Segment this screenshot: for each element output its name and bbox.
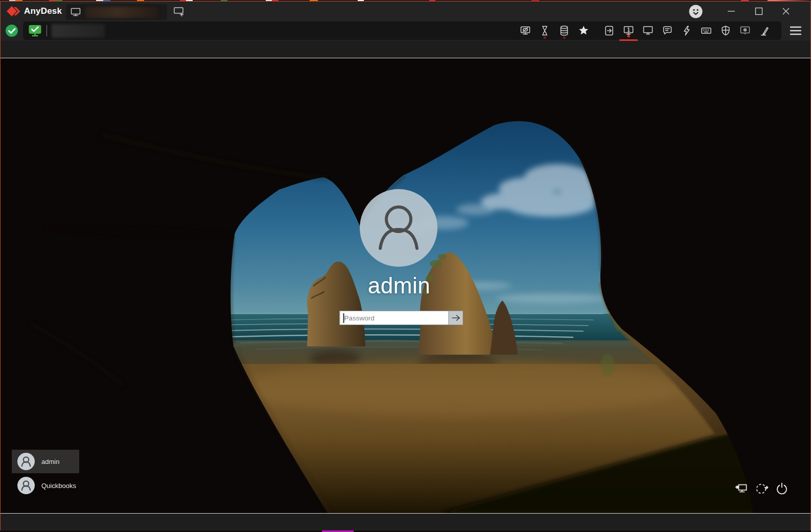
signed-in-user-name: admin (368, 273, 430, 298)
remote-screen[interactable]: admin admin (1, 58, 810, 514)
anydesk-window: AnyDesk (0, 1, 811, 531)
history-badge-dot (544, 36, 546, 39)
favorites-icon[interactable] (574, 21, 593, 40)
ease-of-access-icon (754, 481, 770, 496)
file-transfer-icon[interactable] (599, 21, 619, 40)
user-list-item-quickbooks[interactable]: Quickbooks (12, 474, 79, 497)
monitor-icon (70, 7, 81, 18)
session-history-icon[interactable] (535, 21, 554, 40)
whiteboard-icon[interactable] (755, 21, 774, 40)
stored-badge-dot (563, 36, 566, 39)
keyboard-icon[interactable] (697, 21, 716, 40)
person-icon (360, 189, 437, 267)
app-title: AnyDesk (24, 2, 62, 20)
toolbar: 1 (1, 20, 810, 41)
account-menu-icon (689, 5, 703, 18)
minimize-icon (725, 5, 737, 17)
session-icon-row: 1 (516, 21, 781, 40)
password-row (340, 311, 463, 325)
monitor-1-badge-dot (628, 35, 630, 37)
close-icon (780, 5, 792, 17)
monitor-plus-icon (173, 6, 185, 18)
title-bar: AnyDesk (1, 2, 810, 20)
person-icon (17, 477, 35, 494)
actions-icon[interactable] (677, 21, 697, 40)
maximize-button[interactable] (748, 2, 770, 20)
connection-status-icon (6, 25, 18, 37)
user-list: admin Quickbooks (12, 450, 79, 498)
session-tab-redacted-label (85, 7, 158, 18)
user-list-item-admin[interactable]: admin (12, 450, 79, 473)
remote-address-redacted (52, 24, 105, 38)
user-avatar (360, 189, 437, 267)
minimize-button[interactable] (720, 2, 743, 20)
chat-icon[interactable] (658, 21, 677, 40)
text-caret (343, 313, 344, 323)
close-button[interactable] (775, 2, 797, 20)
menu-button[interactable] (785, 22, 806, 39)
user-avatar-small (17, 477, 35, 494)
network-icon (734, 481, 750, 496)
toolbar-subbar (1, 41, 810, 58)
green-monitor-check-icon (28, 24, 42, 37)
user-avatar-small (17, 453, 35, 470)
status-bar (1, 514, 810, 529)
ease-of-access-button[interactable] (754, 480, 770, 497)
arrow-right-icon (451, 314, 460, 321)
permissions-icon[interactable] (716, 21, 735, 40)
privacy-screen-icon[interactable] (516, 21, 535, 40)
screen-recording-icon[interactable] (735, 21, 755, 40)
power-button[interactable] (774, 480, 790, 497)
lock-screen-corner-icons (730, 480, 790, 497)
user-list-label: Quickbooks (41, 482, 76, 490)
monitor-1-icon[interactable]: 1 (619, 21, 638, 40)
power-icon (774, 481, 790, 496)
password-input[interactable] (340, 311, 449, 325)
user-list-label: admin (41, 458, 59, 466)
password-submit-button[interactable] (449, 311, 462, 325)
account-menu-button[interactable] (685, 4, 706, 19)
new-session-button[interactable] (170, 5, 188, 19)
maximize-icon (753, 5, 765, 17)
monitor-plain-icon[interactable] (638, 21, 658, 40)
anydesk-logo-icon (5, 5, 22, 18)
address-panel: 1 (23, 21, 781, 40)
hamburger-menu-icon (789, 25, 803, 37)
session-tab[interactable] (66, 4, 167, 20)
stored-session-icon[interactable] (554, 21, 574, 40)
address-divider (47, 25, 47, 36)
network-button[interactable] (734, 480, 750, 497)
person-icon (17, 453, 35, 470)
monitor-1-label: 1 (627, 27, 630, 33)
